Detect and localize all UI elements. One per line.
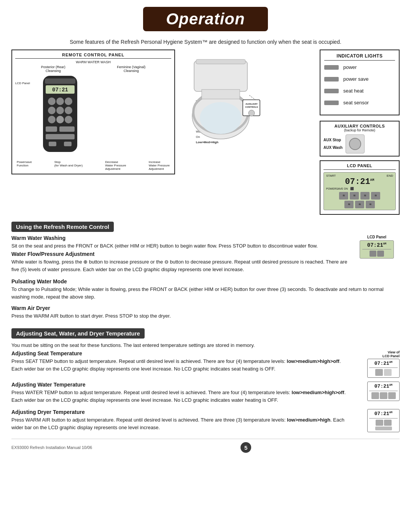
view-lcd-icons-dryer-row2 [369, 427, 398, 430]
remote-panel-box: REMOTE CONTROL PANEL WARM WATER WASH Pos… [11, 50, 175, 174]
decrease-label: DecreaseWater PressureAdjustment [105, 160, 126, 171]
lcd-icon-1: ≋ [339, 192, 348, 200]
view-lcd-icon-water-1 [371, 392, 379, 399]
indicator-lights-panel: INDICATOR LIGHTS power power save seat h… [320, 50, 400, 115]
lcd-icon-2: ≋ [350, 192, 359, 200]
view-lcd-seat: 07:21AM [367, 359, 400, 378]
lcd-side-panel-1: LCD Panel 07:21AM [354, 235, 400, 275]
feminine-label: Feminine (Vaginal)Cleansing [117, 65, 145, 73]
water-flow-text: While water is flowing, press the ⊕ butt… [11, 258, 348, 273]
svg-rect-16 [49, 142, 56, 146]
section-header-adjusting: Adjusting Seat, Water, and Dryer Tempera… [11, 328, 145, 339]
water-flow-title: Water Flow/Pressure Adjustment [11, 251, 348, 257]
svg-point-9 [65, 107, 72, 114]
remote-sub-labels: Posterior (Rear)Cleansing Feminine (Vagi… [15, 65, 171, 73]
lcd-icon-5: ≋ [344, 201, 354, 208]
seat-heat-label: seat heat [343, 88, 364, 94]
view-lcd-icon-dryer-2 [384, 420, 392, 426]
svg-point-5 [56, 97, 64, 105]
svg-rect-17 [64, 142, 72, 146]
lcd-start: START [326, 174, 336, 178]
seat-sensor-label: seat sensor [343, 100, 369, 105]
split-seat-temp: Adjusting Seat Temperature Press SEAT TE… [11, 350, 400, 378]
toilet-svg: AUXILIARY CONTROLS [179, 57, 263, 145]
lcd-icon-6: ≋ [355, 201, 364, 208]
page-title: Operation [166, 10, 245, 28]
svg-point-6 [65, 97, 72, 105]
lcd-icons-row-2: ≋ ≋ ≋ [326, 201, 393, 208]
aux-wash-label: AUX Wash [323, 144, 342, 152]
pulsating-title: Pulsating Water Mode [11, 278, 400, 284]
aux-labels: AUX Stop AUX Wash [323, 136, 342, 152]
title-box: Operation [143, 7, 268, 31]
lcd-display-main: START END 07:21AM POWERSAVE ON ⬛ ≋ ≋ ≋ ≋ [323, 172, 396, 210]
view-lcd-icons-seat [369, 369, 398, 376]
lcd-side-panel-seat: View ofLCD Panel 07:21AM [354, 350, 400, 378]
warm-air-title: Warm Air Dryer [11, 305, 400, 311]
stop-label: Stop(for Wash and Dryer) [54, 160, 83, 171]
split-dryer-temp: Adjusting Dryer Temperature Press WARM A… [11, 409, 400, 433]
indicator-item-power-save: power save [324, 76, 395, 82]
lcd-panel-box: LCD PANEL START END 07:21AM POWERSAVE ON… [320, 160, 400, 215]
power-save-label: power save [343, 76, 368, 82]
remote-panel-subtitle: WARM WATER WASH [15, 60, 171, 64]
water-temp-main: Adjusting Water Temperature Press WATER … [11, 382, 348, 405]
svg-rect-18 [194, 61, 247, 91]
lcd-icon-3: ≋ [360, 192, 370, 200]
view-lcd-icons-dryer [369, 420, 398, 426]
svg-point-11 [56, 116, 64, 123]
svg-point-28 [249, 110, 255, 116]
seat-temp-title: Adjusting Seat Temperature [11, 350, 348, 356]
lcd-small-time-1: 07:21AM [362, 242, 391, 248]
aux-button-circle[interactable] [349, 138, 361, 150]
indicator-item-power: power [324, 64, 395, 70]
aux-subtitle: (backup for Remote) [323, 128, 396, 132]
diagram-middle: AUXILIARY CONTROLS [179, 50, 316, 215]
indicator-item-seat-heat: seat heat [324, 88, 395, 94]
lcd-panel-label-left: LCD Panel [15, 81, 34, 85]
view-lcd-icon-dryer-bar [375, 427, 392, 430]
lcd-powersave-icon: ⬛ [350, 187, 354, 190]
view-lcd-time-water: 07:21AM [369, 383, 398, 389]
main-content: Using the Refresh Remote Control Warm Wa… [11, 218, 400, 433]
remote-svg: 07:21 [37, 74, 83, 158]
aux-button-area[interactable] [346, 134, 365, 153]
water-temp-title: Adjusting Water Temperature [11, 382, 348, 388]
svg-point-22 [200, 102, 242, 134]
view-lcd-icon-seat-1 [375, 369, 383, 376]
powersave-label: PowersaveFunction [17, 160, 32, 171]
svg-rect-13 [46, 126, 57, 132]
section-header-using-remote: Using the Refresh Remote Control [11, 222, 114, 232]
diagram-area: REMOTE CONTROL PANEL WARM WATER WASH Pos… [11, 50, 400, 215]
warm-water-main: Warm Water Washing Sit on the seat and p… [11, 235, 348, 275]
svg-point-10 [48, 116, 56, 123]
aux-stop-label: AUX Stop [323, 136, 342, 144]
seat-temp-main: Adjusting Seat Temperature Press SEAT TE… [11, 350, 348, 378]
view-lcd-time-seat: 07:21AM [369, 361, 398, 366]
dryer-temp-title: Adjusting Dryer Temperature [11, 409, 348, 415]
remote-device-area: 07:21 [37, 74, 171, 159]
view-lcd-time-dryer: 07:21AM [369, 411, 398, 417]
posterior-label: Posterior (Rear)Cleansing [41, 65, 65, 73]
page-number: 5 [241, 442, 251, 453]
lcd-powersave: POWERSAVE ON ⬛ [326, 187, 393, 190]
view-lcd-icon-water-3 [388, 392, 396, 399]
svg-text:07:21: 07:21 [52, 87, 68, 93]
view-lcd-icon-water-2 [380, 392, 387, 399]
view-lcd-icon-seat-2 [384, 369, 392, 376]
lcd-icon-s2 [377, 251, 384, 257]
split-water-temp: Adjusting Water Temperature Press WATER … [11, 382, 400, 405]
seat-heat-led [324, 89, 339, 93]
warm-water-text: Sit on the seat and press the FRONT or B… [11, 242, 348, 250]
lcd-icon-7: ≋ [366, 201, 375, 208]
view-lcd-label-seat: View ofLCD Panel [354, 350, 400, 358]
remote-bottom-labels: PowersaveFunction Stop(for Wash and Drye… [15, 160, 171, 171]
view-lcd-water: 07:21AM [367, 382, 400, 401]
lcd-icon-s1 [370, 251, 376, 257]
lcd-end: END [387, 174, 393, 178]
auxiliary-controls-panel: AUXILIARY CONTROLS (backup for Remote) A… [320, 121, 400, 157]
warm-water-title: Warm Water Washing [11, 235, 348, 241]
svg-rect-19 [196, 59, 245, 64]
subtitle-text: Some features of the Refresh Personal Hy… [15, 39, 396, 45]
footer-text: EX93000 Refresh Installation Manual 10/0… [11, 445, 92, 450]
